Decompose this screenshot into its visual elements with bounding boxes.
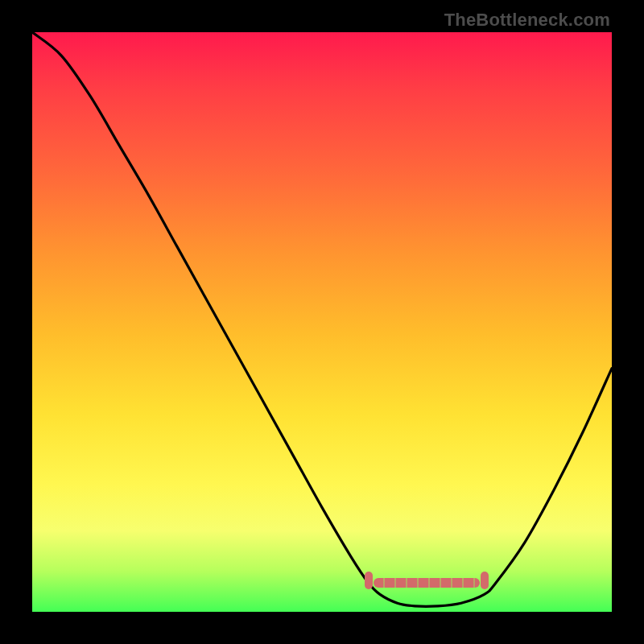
bottleneck-curve — [32, 32, 612, 606]
curve-svg — [32, 32, 612, 612]
range-marker-left — [365, 572, 373, 589]
chart-frame: TheBottleneck.com — [0, 0, 644, 644]
range-marker-right — [481, 572, 489, 589]
range-marker-band — [374, 578, 480, 588]
plot-area — [32, 32, 612, 612]
watermark-text: TheBottleneck.com — [444, 10, 610, 31]
